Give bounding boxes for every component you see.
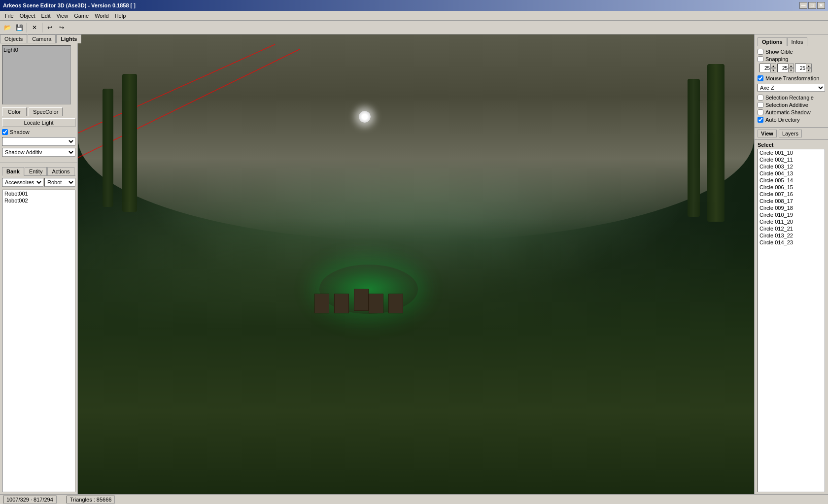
toolbar-sep2 — [42, 23, 42, 33]
automatic-shadow-row: Automatic Shadow — [758, 109, 825, 115]
mouse-transform-row: Mouse Transformation — [758, 75, 825, 81]
top-tab-bar: Objects Camera Lights FX — [0, 34, 77, 43]
select-item-11[interactable]: Circle 012_21 — [758, 225, 825, 232]
bank-panel: Bank Entity Actions Accessoires Robot Ro… — [0, 165, 77, 494]
menu-edit[interactable]: Edit — [38, 12, 54, 20]
menu-view[interactable]: View — [54, 12, 71, 20]
axe-z-row: Axe X Axe Y Axe Z — [758, 83, 825, 92]
color-button[interactable]: Color — [2, 107, 27, 116]
show-cible-checkbox[interactable] — [758, 49, 763, 55]
minimize-button[interactable]: — — [799, 2, 807, 9]
left-panel: Objects Camera Lights FX Light0 Color Sp… — [0, 34, 78, 494]
select-item-4[interactable]: Circle 005_14 — [758, 177, 825, 184]
titlebar: Arkeos Scene Editor 3D (Ase3D) - Version… — [0, 0, 828, 11]
menu-object[interactable]: Object — [17, 12, 38, 20]
tab-actions[interactable]: Actions — [47, 167, 74, 175]
locate-light-button[interactable]: Locate Light — [2, 118, 75, 127]
select-item-9[interactable]: Circle 010_19 — [758, 211, 825, 218]
menu-world[interactable]: World — [92, 12, 112, 20]
toolbar-close[interactable]: ✕ — [29, 22, 40, 33]
toolbar-redo[interactable]: ↪ — [56, 22, 67, 33]
bank-tab-bar: Bank Entity Actions — [2, 167, 75, 176]
maximize-button[interactable]: □ — [808, 2, 816, 9]
tab-camera[interactable]: Camera — [28, 34, 56, 43]
tab-infos[interactable]: Infos — [787, 37, 808, 46]
select-list[interactable]: Circle 001_10 Circle 002_11 Circle 003_1… — [758, 149, 825, 492]
menubar: File Object Edit View Game World Help — [0, 11, 828, 21]
app-title: Arkeos Scene Editor 3D (Ase3D) - Version… — [3, 2, 136, 8]
shadow-checkbox[interactable] — [2, 129, 8, 135]
show-cible-row: Show Cible — [758, 49, 825, 55]
select-item-0[interactable]: Circle 001_10 — [758, 149, 825, 156]
statusbar: 1007/329 · 817/294 Triangles : 85666 — [0, 494, 828, 504]
axe-select[interactable]: Axe X Axe Y Axe Z — [758, 84, 825, 92]
shadow-type-select[interactable] — [2, 137, 75, 146]
snap-x-up[interactable]: ▲ — [770, 64, 776, 68]
close-button[interactable]: ✕ — [817, 2, 825, 9]
view-layers-tabs: View Layers — [758, 130, 825, 137]
main-layout: Objects Camera Lights FX Light0 Color Sp… — [0, 34, 828, 494]
tab-view[interactable]: View — [758, 130, 777, 137]
spec-color-button[interactable]: SpecColor — [29, 107, 63, 116]
red-lines — [78, 34, 754, 494]
select-item-13[interactable]: Circle 014_23 — [758, 239, 825, 246]
menu-game[interactable]: Game — [71, 12, 92, 20]
select-item-1[interactable]: Circle 002_11 — [758, 156, 825, 163]
scene-background — [78, 34, 754, 494]
snap-x-arrows[interactable]: ▲ ▼ — [770, 64, 776, 72]
pillar-1 — [122, 74, 137, 212]
select-item-7[interactable]: Circle 008_17 — [758, 198, 825, 204]
snapping-checkbox[interactable] — [758, 56, 763, 62]
select-item-5[interactable]: Circle 006_15 — [758, 184, 825, 191]
shadow-additive-row: Shadow Additiv — [2, 148, 75, 157]
select-item-6[interactable]: Circle 007_16 — [758, 191, 825, 198]
select-item-3[interactable]: Circle 004_13 — [758, 170, 825, 177]
bank-list: Robot001 Robot002 — [2, 190, 75, 492]
toolbar: 📂 💾 ✕ ↩ ↪ — [0, 21, 828, 34]
bank-item-robot001[interactable]: Robot001 — [2, 190, 75, 197]
shadow-type-row — [2, 137, 75, 146]
auto-directory-row: Auto Directory — [758, 117, 825, 123]
selection-rectangle-checkbox[interactable] — [758, 95, 763, 101]
select-item-10[interactable]: Circle 011_20 — [758, 218, 825, 225]
tab-bank[interactable]: Bank — [2, 167, 24, 176]
mouse-transform-checkbox[interactable] — [758, 75, 763, 81]
tab-layers[interactable]: Layers — [779, 130, 802, 137]
select-item-12[interactable]: Circle 013_22 — [758, 232, 825, 239]
selection-rectangle-label: Selection Rectangle — [765, 95, 814, 101]
right-panel: Options Infos Show Cible Snapping ▲ ▼ — [754, 34, 828, 494]
auto-directory-checkbox[interactable] — [758, 117, 763, 123]
snap-z-down[interactable]: ▼ — [806, 68, 812, 72]
options-section: Options Infos Show Cible Snapping ▲ ▼ — [755, 34, 828, 128]
window-controls[interactable]: — □ ✕ — [799, 2, 825, 9]
tab-entity[interactable]: Entity — [25, 167, 47, 175]
snap-x-down[interactable]: ▼ — [770, 68, 776, 72]
selection-lines-svg — [78, 34, 754, 494]
select-item-8[interactable]: Circle 009_18 — [758, 204, 825, 211]
snap-z-up[interactable]: ▲ — [806, 64, 812, 68]
viewport[interactable] — [78, 34, 754, 494]
tab-lights[interactable]: Lights — [56, 34, 81, 43]
select-item-2[interactable]: Circle 003_12 — [758, 163, 825, 170]
snap-y-up[interactable]: ▲ — [788, 64, 794, 68]
automatic-shadow-label: Automatic Shadow — [765, 109, 811, 115]
snap-z-arrows[interactable]: ▲ ▼ — [806, 64, 812, 72]
snap-y-down[interactable]: ▼ — [788, 68, 794, 72]
toolbar-open[interactable]: 📂 — [2, 22, 13, 33]
selection-additive-checkbox[interactable] — [758, 102, 763, 108]
tab-objects[interactable]: Objects — [0, 34, 27, 43]
mouse-transform-label: Mouse Transformation — [765, 75, 819, 81]
toolbar-undo[interactable]: ↩ — [44, 22, 55, 33]
snap-y-arrows[interactable]: ▲ ▼ — [788, 64, 794, 72]
shadow-additive-select[interactable]: Shadow Additiv — [2, 148, 75, 157]
menu-help[interactable]: Help — [112, 12, 129, 20]
bank-category2-select[interactable]: Robot — [44, 178, 75, 187]
bank-category1-select[interactable]: Accessoires — [2, 178, 43, 187]
automatic-shadow-checkbox[interactable] — [758, 109, 763, 115]
menu-file[interactable]: File — [2, 12, 17, 20]
snapping-row: Snapping — [758, 56, 825, 62]
bank-item-robot002[interactable]: Robot002 — [2, 197, 75, 204]
tab-options[interactable]: Options — [758, 37, 787, 46]
pillar-3 — [707, 64, 724, 222]
toolbar-save[interactable]: 💾 — [14, 22, 25, 33]
